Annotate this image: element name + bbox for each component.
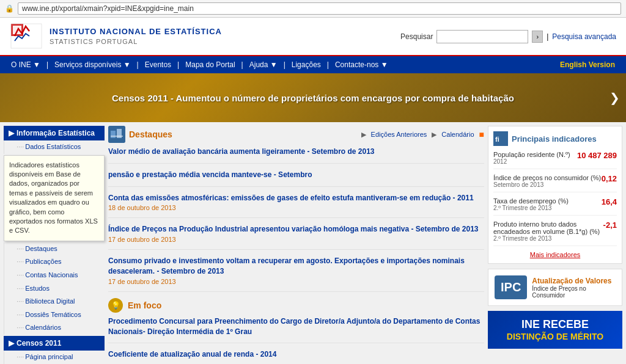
ipc-box: IPC Atualização de Valores Índice de Pre…: [488, 269, 622, 306]
search-label: Pesquisar: [400, 32, 433, 41]
destaques-controls: ▶ Edições Anteriores ▶ Calendário ■: [361, 129, 484, 139]
nav-ajuda[interactable]: Ajuda ▼: [243, 56, 284, 73]
ine-box-title: INE RECEBE: [495, 318, 615, 332]
main-content: ▶ Informação Estatística ····Dados Estat…: [0, 122, 626, 364]
logo-title1: Instituto Nacional de Estatística: [50, 27, 222, 37]
sidebar-header-censos[interactable]: ▶ Censos 2011: [4, 336, 105, 351]
navbar-left: O INE ▼ | Serviços disponíveis ▼ | Event…: [5, 56, 394, 73]
indicator-row-3: -2,1 Produto interno bruto dados encadea…: [493, 220, 617, 246]
sidebar-header-label: Informação Estatística: [17, 129, 95, 137]
ipc-subtitle: Índice de Preços no Consumidor: [532, 285, 616, 299]
sidebar: ▶ Informação Estatística ····Dados Estat…: [4, 126, 105, 364]
banner: Censos 2011 - Aumentou o número de propr…: [0, 73, 626, 122]
svg-rect-6: [111, 136, 123, 137]
sidebar-item-biblioteca[interactable]: ····Biblioteca Digital: [4, 295, 105, 308]
svg-rect-4: [111, 131, 116, 138]
indicator-row-2: 16,4 Taxa de desemprego (%) 2.º Trimestr…: [493, 197, 617, 216]
logo-text: Instituto Nacional de Estatística Statis…: [50, 27, 222, 46]
search-area: Pesquisar › | Pesquisa avançada: [400, 30, 616, 43]
address-icon: 🔒: [5, 4, 14, 13]
news-title-4[interactable]: Consumo privado e investimento voltam a …: [108, 256, 484, 277]
sidebar-item-calendarios[interactable]: ····Calendários: [4, 321, 105, 335]
english-version[interactable]: English Version: [554, 56, 621, 73]
tooltip-dados: Indicadores estatísticos disponíveis em …: [4, 155, 105, 241]
navbar: O INE ▼ | Serviços disponíveis ▼ | Event…: [0, 56, 626, 73]
ipc-title[interactable]: Atualização de Valores: [532, 277, 616, 285]
indicator-name-3: Produto interno bruto dados encadeados e…: [493, 220, 617, 235]
indicator-row-1: 0,12 Índice de preços no consumidor (%) …: [493, 174, 617, 192]
nav-servicos[interactable]: Serviços disponíveis ▼: [48, 56, 137, 73]
banner-text[interactable]: Censos 2011 - Aumentou o número de propr…: [112, 93, 514, 103]
news-title-0[interactable]: Valor médio de avaliação bancária aument…: [108, 147, 484, 157]
nav-ligacoes[interactable]: Ligações: [285, 56, 327, 73]
ine-box-subtitle: DISTINÇÃO DE MÉRITO: [495, 332, 615, 341]
news-item-1: pensão e prestação média vencida manteve…: [108, 170, 484, 187]
nav-mapa[interactable]: Mapa do Portal: [179, 56, 241, 73]
destaques-title: Destaques: [108, 126, 172, 143]
logo-title2: Statistics Portugal: [50, 37, 222, 46]
calendario-icon: ▶: [432, 131, 436, 139]
sidebar-item-dados[interactable]: ····Dados Estatísticos: [4, 140, 105, 154]
ine-logo-icon: [10, 23, 43, 50]
mais-indicadores-link[interactable]: Mais indicadores: [493, 251, 617, 258]
ipc-label[interactable]: IPC: [495, 275, 527, 299]
calendario-link[interactable]: Calendário: [441, 131, 474, 138]
ipc-text: Atualização de Valores Índice de Preços …: [532, 277, 616, 299]
url-display[interactable]: www.ine.pt/xportal/xmain?xpid=INE&xpgid=…: [18, 2, 621, 15]
news-title-2[interactable]: Conta das emissões atmosféricas: emissõe…: [108, 193, 484, 203]
search-button[interactable]: ›: [532, 31, 543, 43]
center-content: Destaques ▶ Edições Anteriores ▶ Calendá…: [108, 126, 484, 364]
indicadores-header: fi Principais indicadores: [493, 131, 617, 146]
news-item-4: Consumo privado e investimento voltam a …: [108, 256, 484, 292]
nav-eventos[interactable]: Eventos: [139, 56, 177, 73]
sidebar-item-publicacoes[interactable]: ····Publicações: [4, 255, 105, 269]
sidebar-header-info-estatistica[interactable]: ▶ Informação Estatística: [4, 126, 105, 140]
rss-icon[interactable]: ■: [479, 129, 484, 139]
nav-oine[interactable]: O INE ▼: [5, 56, 46, 73]
sidebar-item-destaques[interactable]: ····Destaques: [4, 242, 105, 256]
em-foco-title-0[interactable]: Procedimento Concursal para Preenchiment…: [108, 316, 484, 337]
indicadores-box: fi Principais indicadores 10 487 289 Pop…: [488, 126, 622, 264]
indicator-value-2: 16,4: [602, 197, 617, 206]
svg-text:fi: fi: [495, 136, 499, 143]
news-title-1[interactable]: pensão e prestação média vencida manteve…: [108, 170, 484, 180]
edicoes-icon: ▶: [361, 131, 366, 139]
indicator-period-1: Setembro de 2013: [493, 181, 617, 188]
news-item-3: Índice de Preços na Produção Industrial …: [108, 224, 484, 250]
destaques-label: Destaques: [129, 129, 172, 139]
em-foco-label: Em foco: [128, 300, 161, 310]
news-item-2: Conta das emissões atmosféricas: emissõe…: [108, 193, 484, 219]
indicator-value-1: 0,12: [602, 174, 617, 183]
banner-next-icon[interactable]: ❯: [609, 90, 620, 105]
sidebar-item-estudos[interactable]: ····Estudos: [4, 282, 105, 296]
indicator-name-2: Taxa de desemprego (%): [493, 197, 617, 205]
destaques-icon: [108, 126, 125, 143]
sidebar-item-pagina-principal[interactable]: ····Página principal: [4, 351, 105, 364]
ine-merit-box[interactable]: INE RECEBE DISTINÇÃO DE MÉRITO: [488, 311, 622, 349]
em-foco-item-0: Procedimento Concursal para Preenchiment…: [108, 316, 484, 344]
nav-contacte[interactable]: Contacte-nos ▼: [329, 56, 394, 73]
arrow-icon-censos: ▶: [9, 339, 14, 348]
em-foco-icon: 💡: [108, 298, 123, 313]
destaques-header: Destaques ▶ Edições Anteriores ▶ Calendá…: [108, 126, 484, 143]
sidebar-item-dossies[interactable]: ····Dossiês Temáticos: [4, 308, 105, 322]
logo-area: Instituto Nacional de Estatística Statis…: [10, 23, 222, 50]
site-header: Instituto Nacional de Estatística Statis…: [0, 18, 626, 56]
em-foco-item-1: Coeficiente de atualização anual de rend…: [108, 349, 484, 364]
indicadores-icon: fi: [493, 131, 508, 146]
advanced-search-link[interactable]: Pesquisa avançada: [552, 32, 616, 41]
search-input[interactable]: [436, 30, 528, 43]
sidebar-item-contas[interactable]: ····Contas Nacionais: [4, 269, 105, 282]
arrow-icon: ▶: [9, 129, 14, 137]
address-bar: 🔒 www.ine.pt/xportal/xmain?xpid=INE&xpgi…: [0, 0, 626, 18]
news-date-3: 17 de outubro de 2013: [108, 236, 484, 243]
em-foco-title-1[interactable]: Coeficiente de atualização anual de rend…: [108, 349, 484, 360]
indicator-value-3: -2,1: [603, 220, 617, 230]
edicoes-link[interactable]: Edições Anteriores: [371, 131, 427, 138]
indicator-row-0: 10 487 289 População residente (N.º) 201…: [493, 151, 617, 169]
news-title-3[interactable]: Índice de Preços na Produção Industrial …: [108, 224, 484, 235]
indicator-value-0: 10 487 289: [577, 151, 617, 160]
indicadores-title: Principais indicadores: [512, 134, 597, 144]
news-date-2: 18 de outubro de 2013: [108, 204, 484, 211]
separator: |: [547, 32, 548, 41]
